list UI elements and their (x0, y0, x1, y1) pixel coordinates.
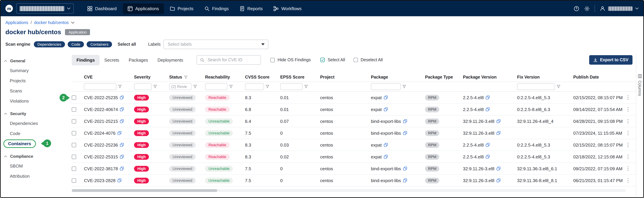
org-selector[interactable] (16, 4, 74, 14)
tab-packages[interactable]: Packages (124, 55, 153, 65)
filter-funnel-icon[interactable] (557, 84, 561, 89)
filter-funnel-icon[interactable] (304, 84, 308, 89)
cve-id[interactable]: CVE-2022-25236 (84, 142, 118, 148)
sidebar-section-security[interactable]: Security (1, 109, 67, 118)
filter-funnel-icon[interactable] (118, 84, 122, 89)
filter-funnel-icon[interactable] (266, 84, 270, 89)
cve-search-input[interactable] (207, 57, 258, 62)
copy-icon[interactable] (118, 178, 122, 182)
engines-select-all[interactable]: Select all (118, 42, 136, 47)
breadcrumb-current-link[interactable]: docker hub/centos (34, 20, 69, 25)
breadcrumb-switcher-icon[interactable] (71, 22, 74, 24)
engine-pill-dependencies[interactable]: Dependencies (34, 41, 65, 48)
row-checkbox[interactable] (72, 154, 76, 159)
hide-os-checkbox[interactable] (270, 58, 275, 62)
copy-icon[interactable] (496, 166, 500, 170)
row-checkbox[interactable] (72, 131, 76, 135)
row-menu-button[interactable]: ⋮ (624, 106, 632, 112)
row-menu-button[interactable]: ⋮ (624, 130, 632, 136)
filter-funnel-icon[interactable] (402, 84, 406, 89)
severity-filter-input[interactable] (136, 84, 150, 89)
tab-secrets[interactable]: Secrets (100, 55, 124, 65)
column-header-cvss[interactable]: CVSS Score (245, 75, 280, 80)
user-menu[interactable] (600, 6, 638, 11)
row-checkbox[interactable] (72, 107, 76, 112)
copy-icon[interactable] (120, 166, 124, 170)
table-row[interactable]: CVE-2022-25236 High Unreviewed Reachable… (72, 139, 636, 151)
sidebar-item-scans[interactable]: Scans (1, 86, 67, 96)
copy-icon[interactable] (384, 96, 388, 100)
cve-id[interactable]: CVE-2023-2828 (84, 178, 116, 183)
tab-deployments[interactable]: Deployments (153, 55, 188, 65)
row-menu-button[interactable]: ⋮ (624, 177, 632, 184)
sidebar-item-containers[interactable]: Containers (1, 138, 67, 148)
copy-icon[interactable] (120, 155, 124, 159)
filter-funnel-icon[interactable] (184, 76, 188, 79)
row-checkbox[interactable] (72, 166, 76, 171)
sidebar-section-general[interactable]: General (1, 56, 67, 65)
filter-funnel-icon[interactable] (229, 84, 233, 89)
sidebar-item-violations[interactable]: Violations (1, 96, 67, 106)
copy-icon[interactable] (384, 143, 388, 147)
table-row[interactable]: CVE-2022-25315 High Unreviewed Reachable… (72, 151, 636, 163)
package-filter-input[interactable] (373, 84, 399, 89)
copy-icon[interactable] (120, 119, 124, 123)
nav-item-findings[interactable]: Findings (200, 3, 233, 14)
sidebar-item-projects[interactable]: Projects (1, 76, 67, 86)
copy-icon[interactable] (403, 178, 407, 182)
copy-icon[interactable] (403, 131, 407, 135)
nav-item-reports[interactable]: Reports (235, 3, 268, 14)
copy-icon[interactable] (403, 119, 407, 123)
select-all-button[interactable]: Select All (320, 58, 345, 62)
column-header-package-type[interactable]: Package Type (425, 75, 463, 80)
gear-icon[interactable] (584, 6, 590, 11)
copy-icon[interactable] (120, 96, 124, 100)
containers-highlight[interactable]: Containers (4, 139, 36, 148)
cve-search[interactable] (196, 55, 261, 65)
status-filter-value[interactable]: (2) Revie (169, 83, 192, 90)
cve-id[interactable]: CVE-2022-25235 (84, 95, 118, 100)
row-menu-button[interactable]: ⋮ (624, 142, 632, 148)
cve-id[interactable]: CVE-2022-38178 (84, 166, 118, 171)
copy-icon[interactable] (384, 107, 388, 111)
row-checkbox[interactable] (72, 119, 76, 123)
row-menu-button[interactable]: ⋮ (624, 118, 632, 124)
copy-icon[interactable] (403, 166, 407, 170)
fix-version-filter-input[interactable] (519, 84, 553, 89)
nav-item-dashboard[interactable]: Dashboard (82, 3, 121, 14)
copy-icon[interactable] (486, 155, 490, 159)
epss-filter-input[interactable] (282, 84, 300, 89)
row-checkbox[interactable] (72, 178, 76, 182)
column-header-severity[interactable]: Severity (134, 75, 169, 80)
nav-item-applications[interactable]: Applications (123, 3, 164, 14)
copy-icon[interactable] (486, 143, 490, 147)
cve-id[interactable]: CVE-2021-25215 (84, 119, 118, 124)
column-header-cve[interactable]: CVE (84, 75, 134, 80)
copy-icon[interactable] (486, 107, 490, 111)
columns-panel-button[interactable]: Columns (636, 54, 643, 197)
filter-funnel-icon[interactable] (153, 84, 157, 89)
engine-pill-code[interactable]: Code (68, 41, 84, 48)
column-header-epss[interactable]: EPSS Score (280, 75, 320, 80)
reachability-filter-input[interactable] (207, 84, 226, 89)
table-row[interactable]: CVE-2022-38178 High Unreviewed Unreachab… (72, 163, 636, 175)
sidebar-item-attribution[interactable]: Attribution (1, 171, 67, 181)
copy-icon[interactable] (496, 119, 500, 123)
cve-id[interactable]: CVE-2022-25315 (84, 154, 118, 159)
row-menu-button[interactable]: ⋮ (624, 166, 632, 172)
deselect-all-button[interactable]: Deselect All (353, 58, 383, 62)
column-header-fix-version[interactable]: Fix Version (517, 75, 573, 80)
breadcrumb-root-link[interactable]: Applications (6, 20, 28, 25)
filter-funnel-icon[interactable] (193, 84, 197, 89)
help-icon[interactable] (574, 6, 579, 11)
nav-item-workflows[interactable]: Workflows (269, 3, 306, 14)
copy-icon[interactable] (120, 143, 124, 147)
copy-icon[interactable] (496, 131, 500, 135)
copy-icon[interactable] (496, 178, 500, 182)
scrollbar-thumb[interactable] (72, 189, 217, 192)
row-menu-button[interactable]: ⋮ (624, 94, 632, 100)
column-header-reachability[interactable]: Reachability (205, 75, 245, 80)
cve-id[interactable]: CVE-2022-40674 (84, 107, 118, 112)
table-row[interactable]: CVE-2022-40674 High Unreviewed Reachable… (72, 104, 636, 116)
copy-icon[interactable] (118, 131, 122, 135)
